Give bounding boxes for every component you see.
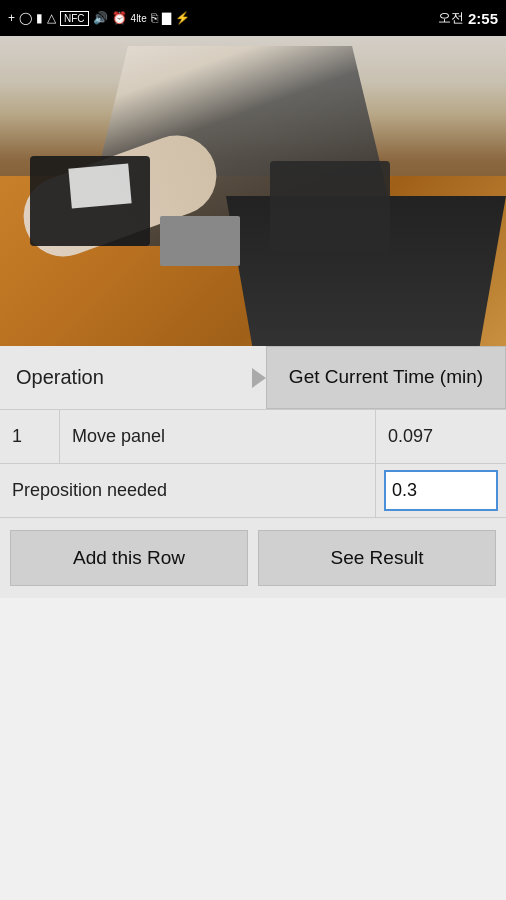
status-left-icons: + ◯ ▮ △ NFC 🔊 ⏰ 4lte ⎘ ▇ ⚡ bbox=[8, 11, 190, 26]
signal-icon: ▇ bbox=[162, 11, 171, 25]
warning-icon: △ bbox=[47, 11, 56, 25]
circle-icon: ◯ bbox=[19, 11, 32, 25]
operation-row: Operation Get Current Time (min) bbox=[0, 346, 506, 410]
wifi-icon: ⎘ bbox=[151, 11, 158, 25]
small-device bbox=[160, 216, 240, 266]
operation-label: Operation bbox=[0, 346, 266, 409]
data-row-1: 1 Move panel 0.097 bbox=[0, 410, 506, 464]
lte-icon: 4lte bbox=[131, 13, 147, 24]
row-description: Move panel bbox=[60, 410, 376, 463]
photo-area bbox=[0, 36, 506, 346]
data-row-2: Preposition needed bbox=[0, 464, 506, 518]
see-result-button[interactable]: See Result bbox=[258, 530, 496, 586]
table-item-right bbox=[270, 161, 390, 251]
battery-full-icon: ▮ bbox=[36, 11, 43, 25]
status-bar: + ◯ ▮ △ NFC 🔊 ⏰ 4lte ⎘ ▇ ⚡ 오전 2:55 bbox=[0, 0, 506, 36]
add-icon: + bbox=[8, 11, 15, 25]
preposition-label: Preposition needed bbox=[0, 464, 376, 517]
carrier-label: 오전 bbox=[438, 9, 464, 27]
row-number: 1 bbox=[0, 410, 60, 463]
get-current-time-button[interactable]: Get Current Time (min) bbox=[266, 346, 506, 409]
clock-icon: ⏰ bbox=[112, 11, 127, 25]
battery-charging-icon: ⚡ bbox=[175, 11, 190, 25]
status-time: 2:55 bbox=[468, 10, 498, 27]
row-value: 0.097 bbox=[376, 410, 506, 463]
volume-icon: 🔊 bbox=[93, 11, 108, 25]
add-row-button[interactable]: Add this Row bbox=[10, 530, 248, 586]
white-paper bbox=[68, 163, 131, 208]
photo-background bbox=[0, 36, 506, 346]
nfc-icon: NFC bbox=[60, 11, 89, 26]
preposition-input-wrap bbox=[376, 464, 506, 517]
status-right: 오전 2:55 bbox=[438, 9, 498, 27]
buttons-row: Add this Row See Result bbox=[0, 518, 506, 598]
preposition-input[interactable] bbox=[384, 470, 498, 511]
main-content: Operation Get Current Time (min) 1 Move … bbox=[0, 346, 506, 598]
